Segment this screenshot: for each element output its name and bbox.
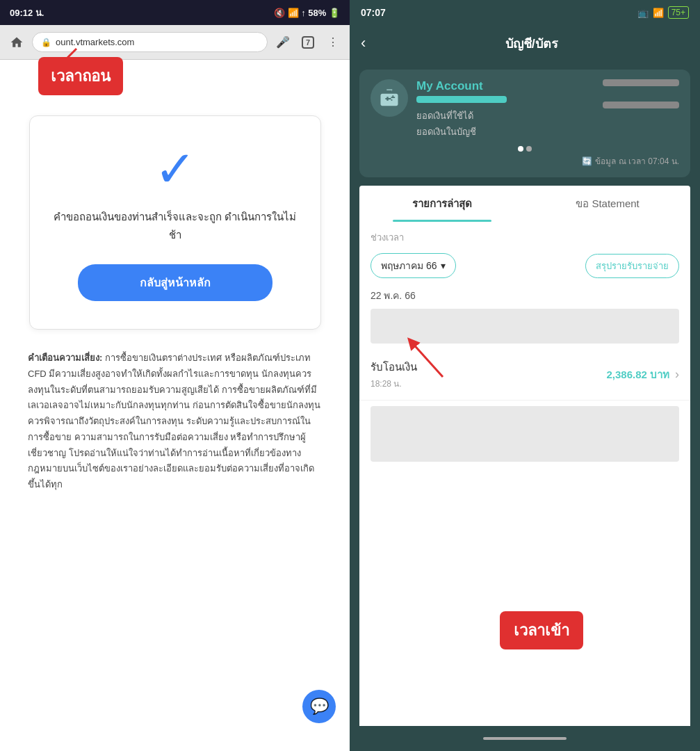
mic-icon[interactable]: 🎤: [273, 33, 293, 52]
status-bar-left: 09:12 น. 🔇 📶 ↑ 58% 🔋: [0, 0, 350, 25]
account-name-bar: [416, 96, 507, 103]
annotation-arrow-right: [401, 328, 457, 384]
balance-bar-total: [603, 102, 679, 108]
dot-2: [526, 146, 532, 152]
account-name: My Account: [416, 79, 594, 93]
refresh-time: ข้อมูล ณ เวลา 07:04 น.: [595, 154, 679, 168]
balance-values: [603, 79, 679, 108]
annotation-label-left: เวลาถอน: [38, 57, 123, 95]
chat-fab-button[interactable]: 💬: [302, 690, 336, 723]
back-arrow-icon[interactable]: ‹: [361, 34, 366, 52]
tab-recent[interactable]: รายการล่าสุด: [359, 186, 525, 222]
time-right: 07:07: [361, 7, 386, 18]
menu-dots-icon[interactable]: ⋮: [323, 33, 343, 52]
battery-icon: 75+: [668, 6, 689, 19]
transaction-amount: 2,386.82 บาท: [606, 366, 669, 383]
balance-bar-available: [603, 79, 679, 86]
warning-section: คำเตือนความเสี่ยง: การซื้อขายเงินตราต่าง…: [14, 337, 336, 507]
period-section-label: ช่วงเวลา: [359, 222, 690, 248]
status-bar-right: 07:07 📺 📶 75+: [350, 0, 700, 25]
warning-text: คำเตือนความเสี่ยง: การซื้อขายเงินตราต่าง…: [28, 353, 320, 490]
checkmark-icon: ✓: [154, 144, 196, 194]
chevron-down-icon: ▾: [441, 260, 446, 271]
home-icon[interactable]: [7, 33, 26, 52]
success-text: คำขอถอนเงินของท่านสำเร็จและจะถูก ดำเนินก…: [51, 208, 300, 243]
balance-label-total: ยอดเงินในบัญชี: [416, 124, 594, 139]
period-value: พฤษภาคม 66: [381, 258, 437, 273]
right-panel: 07:07 📺 📶 75+ ‹ บัญชี/บัตร My Account ยอ…: [350, 0, 700, 751]
refresh-row: 🔄 ข้อมูล ณ เวลา 07:04 น.: [371, 154, 679, 168]
dots-indicator: [371, 146, 679, 152]
status-icons-left: 🔇 📶 ↑ 58% 🔋: [274, 8, 340, 18]
tab-statement[interactable]: ขอ Statement: [525, 186, 690, 222]
success-card: ✓ คำขอถอนเงินของท่านสำเร็จและจะถูก ดำเนิ…: [29, 115, 321, 330]
account-card: My Account ยอดเงินที่ใช้ได้ ยอดเงินในบัญ…: [359, 70, 690, 177]
bottom-indicator: [483, 737, 567, 740]
back-home-button[interactable]: กลับสู่หน้าหลัก: [78, 264, 272, 301]
period-row: พฤษภาคม 66 ▾ สรุปรายรับรายจ่าย: [359, 248, 690, 284]
account-info: My Account ยอดเงินที่ใช้ได้ ยอดเงินในบัญ…: [416, 79, 594, 139]
tab-count[interactable]: 7: [298, 33, 318, 52]
dot-1: [518, 146, 523, 152]
page-title: บัญชี/บัตร: [374, 33, 689, 54]
tabs-row: รายการล่าสุด ขอ Statement: [359, 186, 690, 222]
time-left: 09:12 น.: [10, 6, 44, 20]
annotation-label-right: เวลาเข้า: [500, 611, 583, 649]
refresh-icon[interactable]: 🔄: [582, 156, 592, 166]
balance-label-available: ยอดเงินที่ใช้ได้: [416, 108, 594, 123]
tv-icon: 📺: [637, 8, 649, 18]
wifi-icon: 📶: [653, 8, 664, 18]
transaction-chevron-icon: ›: [675, 367, 679, 382]
transaction-right: 2,386.82 บาท ›: [606, 366, 679, 383]
svg-line-3: [412, 342, 443, 377]
placeholder-bar-2: [371, 406, 679, 462]
right-content: ช่วงเวลา พฤษภาคม 66 ▾ สรุปรายรับรายจ่าย …: [359, 222, 690, 726]
app-header: ‹ บัญชี/บัตร: [350, 25, 700, 61]
avatar: [371, 79, 408, 117]
summary-button[interactable]: สรุปรายรับรายจ่าย: [585, 254, 679, 278]
status-icons-right: 📺 📶 75+: [637, 6, 689, 19]
date-label: 22 พ.ค. 66: [359, 284, 690, 303]
left-content: ✓ คำขอถอนเงินของท่านสำเร็จและจะถูก ดำเนิ…: [0, 60, 350, 751]
left-panel: 09:12 น. 🔇 📶 ↑ 58% 🔋 🔒 ount.vtmarkets.co…: [0, 0, 350, 751]
period-selector[interactable]: พฤษภาคม 66 ▾: [371, 253, 456, 278]
